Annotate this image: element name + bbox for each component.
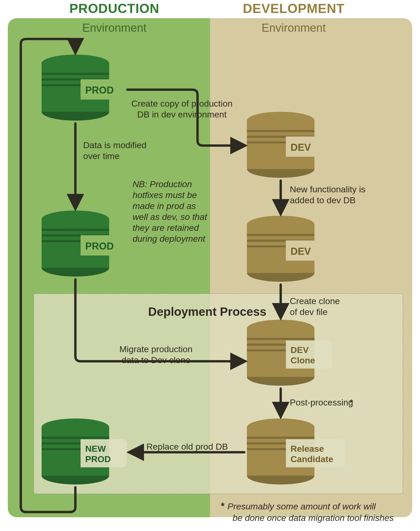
label-migrate-1: Migrate production (119, 344, 193, 354)
footnote-line-1: Presumably some amount of work will (227, 501, 376, 511)
svg-point-8 (42, 211, 109, 228)
diagram-svg: PRODUCTION DEVELOPMENT Environment Envir… (0, 0, 420, 531)
svg-point-20 (247, 112, 314, 129)
db-dev-1-label: DEV (291, 142, 311, 153)
label-migrate-2: data to Dev clone (122, 355, 191, 365)
label-copy-prod-1: Create copy of production (131, 99, 232, 108)
label-postproc-star: * (350, 397, 353, 407)
footnote-line-2: be done once data migration tool finishe… (233, 513, 394, 523)
label-postproc-group: Post-processing * (290, 397, 353, 407)
diagram-root: PRODUCTION DEVELOPMENT Environment Envir… (0, 0, 420, 531)
label-add-func-2: added to dev DB (290, 195, 356, 205)
db-dev-clone-label-2: Clone (291, 355, 315, 365)
db-rc-label-1: Release (291, 444, 324, 454)
label-postproc: Post-processing (290, 397, 353, 407)
svg-point-2 (42, 55, 109, 72)
label-clone-dev-2: of dev file (290, 307, 328, 317)
db-dev-clone-label-1: DEV (291, 345, 309, 355)
label-add-func-1: New functionality is (290, 184, 365, 194)
label-data-modified-2: over time (83, 151, 120, 161)
svg-point-14 (42, 418, 109, 436)
nb-2: hotfixes must be (133, 190, 197, 200)
nb-3: made in prod as (133, 201, 196, 211)
svg-rect-21 (247, 130, 314, 132)
db-dev-2-label: DEV (291, 246, 311, 257)
label-copy-prod-2: DB in dev environment (137, 109, 227, 119)
nb-4: well as dev, so that (133, 212, 207, 222)
db-new-prod-label-1: NEW (85, 444, 106, 454)
svg-rect-27 (247, 234, 314, 236)
svg-rect-33 (247, 338, 314, 340)
svg-point-26 (247, 216, 314, 233)
label-clone-dev-1: Create clone (290, 296, 340, 306)
prod-header: PRODUCTION (69, 1, 159, 16)
svg-point-32 (247, 320, 314, 337)
deployment-title: Deployment Process (148, 305, 266, 318)
svg-rect-9 (42, 229, 109, 231)
nb-5: they are retained (133, 223, 199, 233)
db-rc-label-2: Candidate (291, 454, 333, 464)
svg-rect-39 (247, 437, 314, 439)
dev-subheader: Environment (261, 21, 326, 34)
nb-6: during deployment (133, 234, 206, 244)
footnote-star: * (221, 501, 225, 512)
label-replace: Replace old prod DB (146, 442, 228, 451)
prod-subheader: Environment (82, 21, 146, 34)
label-data-modified-1: Data is modified (83, 140, 147, 150)
svg-point-38 (247, 418, 314, 436)
db-new-prod-label-2: PROD (85, 454, 111, 464)
db-prod-2-label: PROD (85, 241, 114, 252)
nb-1: NB: Production (133, 179, 192, 189)
svg-rect-3 (42, 73, 109, 75)
svg-rect-15 (42, 437, 109, 439)
db-prod-1-label: PROD (85, 85, 114, 96)
dev-header: DEVELOPMENT (243, 1, 345, 16)
